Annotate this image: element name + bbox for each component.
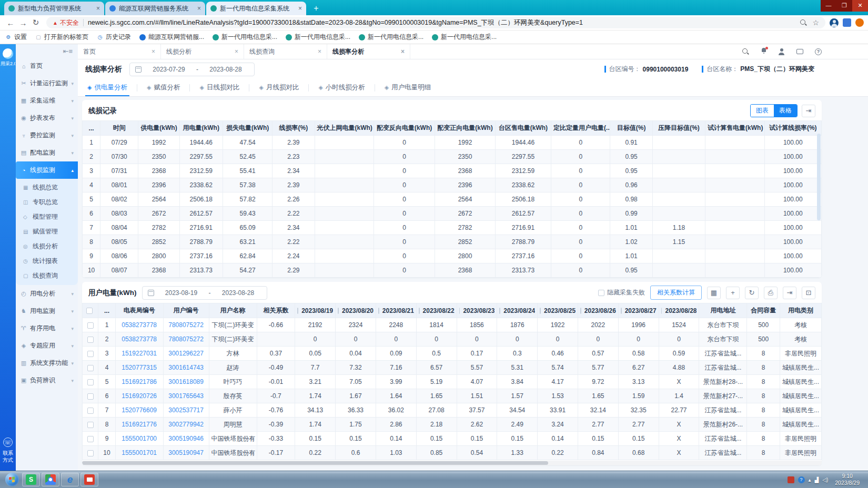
close-tab-icon[interactable]: × bbox=[152, 48, 155, 55]
browser-tab[interactable]: 能源互联网营销服务系统× bbox=[105, 2, 205, 15]
close-tab-icon[interactable]: × bbox=[298, 5, 302, 12]
sidebar-item-用电分析[interactable]: ◴用电分析▾ bbox=[16, 285, 78, 302]
fullscreen-icon[interactable] bbox=[796, 49, 803, 54]
bookmark-item[interactable]: 新一代用电信息采... bbox=[286, 33, 350, 42]
user-no-link[interactable]: 3005190947 bbox=[163, 446, 209, 460]
row-checkbox[interactable] bbox=[87, 337, 94, 343]
date-range-picker[interactable]: 2023-08-19 - 2023-08-28 bbox=[142, 286, 267, 300]
column-checkbox[interactable] bbox=[661, 308, 662, 314]
grid-settings-icon[interactable]: ▦ bbox=[707, 287, 721, 299]
subtab-用户电量明细[interactable]: ◈用户电量明细 bbox=[375, 79, 440, 96]
search-icon[interactable] bbox=[800, 19, 807, 26]
bookmark-item[interactable]: 新一代用电信息采... bbox=[213, 33, 277, 42]
date-start[interactable]: 2023-08-19 bbox=[158, 289, 205, 297]
column-checkbox[interactable] bbox=[378, 308, 379, 314]
bookmark-item[interactable]: 新一代用电信息采... bbox=[432, 33, 497, 42]
bookmark-item[interactable]: 新一代用电信息采... bbox=[359, 33, 423, 42]
sidebar-subitem-统计报表[interactable]: ◷统计报表 bbox=[16, 253, 78, 268]
meter-no-link[interactable]: 0538273778 bbox=[115, 318, 163, 332]
star-icon[interactable]: ☆ bbox=[812, 18, 819, 27]
column-checkbox[interactable] bbox=[499, 308, 500, 314]
meter-no-link[interactable]: 0538273778 bbox=[115, 332, 163, 347]
maximize-button[interactable]: ❐ bbox=[836, 0, 852, 12]
workspace-tab-线损分析[interactable]: 线损分析× bbox=[161, 44, 244, 59]
user-no-link[interactable]: 3001296227 bbox=[163, 347, 209, 361]
row-checkbox[interactable] bbox=[87, 436, 94, 442]
profile-icon[interactable] bbox=[830, 18, 839, 27]
row-checkbox[interactable] bbox=[87, 422, 94, 428]
sidebar-item-线损监测[interactable]: ◔线损监测▴ bbox=[16, 161, 78, 179]
search-icon[interactable] bbox=[742, 48, 749, 55]
user-no-link[interactable]: 3002779942 bbox=[163, 418, 209, 432]
row-checkbox[interactable] bbox=[87, 379, 94, 385]
subtab-小时线损分析[interactable]: ◈小时线损分析 bbox=[309, 79, 374, 96]
workspace-tab-线损查询[interactable]: 线损查询× bbox=[244, 44, 327, 59]
meter-no-link[interactable]: 1555001700 bbox=[115, 432, 163, 446]
column-checkbox[interactable] bbox=[338, 308, 339, 314]
row-checkbox[interactable] bbox=[87, 351, 94, 357]
sidebar-item-用电监测[interactable]: ♞用电监测▾ bbox=[16, 302, 78, 320]
user-no-link[interactable]: 3001614743 bbox=[163, 361, 209, 375]
subtab-日线损对比[interactable]: ◈日线损对比 bbox=[190, 79, 249, 96]
chrome-icon[interactable] bbox=[42, 473, 59, 486]
sidebar-item-有序用电[interactable]: ♈有序用电▾ bbox=[16, 320, 78, 337]
export-icon[interactable]: ⇥ bbox=[802, 105, 815, 117]
row-checkbox[interactable] bbox=[87, 408, 94, 414]
close-tab-icon[interactable]: × bbox=[96, 5, 100, 12]
sidebar-subitem-线损总览[interactable]: ▦线损总览 bbox=[16, 180, 78, 195]
refresh-icon[interactable]: ↻ bbox=[745, 287, 759, 299]
correlation-calc-button[interactable]: 相关系数计算 bbox=[650, 286, 702, 300]
select-all-checkbox[interactable] bbox=[86, 308, 93, 314]
sidebar-item-采集运维[interactable]: ▦采集运维▾ bbox=[16, 92, 78, 109]
sidebar-subitem-线损查询[interactable]: ▢线损查询 bbox=[16, 268, 78, 283]
checkbox[interactable] bbox=[598, 290, 604, 296]
row-checkbox[interactable] bbox=[87, 322, 94, 329]
back-button[interactable]: ← bbox=[4, 18, 17, 27]
forward-button[interactable]: → bbox=[17, 18, 29, 27]
table-view-button[interactable]: 表格 bbox=[774, 105, 797, 117]
close-tab-icon[interactable]: × bbox=[401, 48, 405, 55]
bookmark-item[interactable]: ▢打开新的标签页 bbox=[35, 33, 88, 42]
network-icon[interactable]: ▟ bbox=[815, 477, 819, 483]
sidebar-item-系统支撑功能[interactable]: ▥系统支撑功能▾ bbox=[16, 354, 78, 372]
date-range-picker[interactable]: 2023-07-29 - 2023-08-28 bbox=[129, 63, 255, 76]
row-checkbox[interactable] bbox=[87, 365, 94, 371]
sidebar-item-费控监测[interactable]: ♆费控监测▾ bbox=[16, 127, 78, 144]
workspace-tab-线损率分析[interactable]: 线损率分析× bbox=[327, 44, 410, 59]
date-start[interactable]: 2023-07-29 bbox=[146, 66, 192, 73]
row-checkbox[interactable] bbox=[87, 450, 94, 456]
sidebar-item-专题应用[interactable]: ◈专题应用▾ bbox=[16, 337, 78, 354]
sidebar-subitem-专职总览[interactable]: ◫专职总览 bbox=[16, 195, 78, 209]
security-warning[interactable]: 不安全 bbox=[60, 18, 79, 27]
vertical-scrollbar[interactable] bbox=[817, 134, 821, 273]
browser-tab[interactable]: 新型电力负荷管理系统× bbox=[4, 2, 104, 15]
close-button[interactable]: ✕ bbox=[852, 0, 868, 12]
workspace-tab-首页[interactable]: 首页× bbox=[78, 44, 161, 59]
horizontal-scrollbar[interactable] bbox=[82, 461, 822, 465]
user-no-link[interactable]: 3002537717 bbox=[163, 403, 209, 418]
help-icon[interactable]: ? bbox=[815, 48, 822, 55]
sidebar-item-配电监测[interactable]: ▤配电监测▾ bbox=[16, 144, 78, 161]
column-checkbox[interactable] bbox=[459, 308, 460, 314]
contact-widget[interactable]: ☏ 联系方式 bbox=[0, 438, 16, 463]
collapse-sidebar-icon[interactable]: ⇤≡ bbox=[16, 46, 78, 57]
fullscreen-icon[interactable]: ⊡ bbox=[802, 287, 815, 299]
date-end[interactable]: 2023-08-28 bbox=[215, 289, 261, 297]
user-no-link[interactable]: 7808075272 bbox=[163, 332, 209, 347]
sidebar-item-计量运行监测[interactable]: ✂计量运行监测▾ bbox=[16, 75, 78, 92]
close-tab-icon[interactable]: × bbox=[318, 48, 321, 55]
user-no-link[interactable]: 3005190946 bbox=[163, 432, 209, 446]
add-icon[interactable]: + bbox=[726, 287, 740, 299]
sidebar-item-抄表发布[interactable]: ◉抄表发布▾ bbox=[16, 109, 78, 127]
new-tab-button[interactable]: + bbox=[309, 3, 323, 14]
user-icon[interactable] bbox=[778, 48, 785, 55]
tray-help-icon[interactable]: ? bbox=[798, 476, 805, 483]
meter-no-link[interactable]: 1516921786 bbox=[115, 375, 163, 389]
tray-expand-icon[interactable]: ▴ bbox=[809, 477, 811, 483]
url-text[interactable]: neweic.js.sgcc.com.cn/#/llm/line/LineRat… bbox=[88, 18, 796, 27]
presentation-icon[interactable] bbox=[80, 473, 98, 486]
close-tab-icon[interactable]: × bbox=[197, 5, 201, 12]
start-button[interactable] bbox=[5, 473, 19, 486]
bookmark-item[interactable]: 能源互联网营销服... bbox=[139, 33, 204, 42]
sidebar-subitem-线损分析[interactable]: ◎线损分析 bbox=[16, 239, 78, 253]
